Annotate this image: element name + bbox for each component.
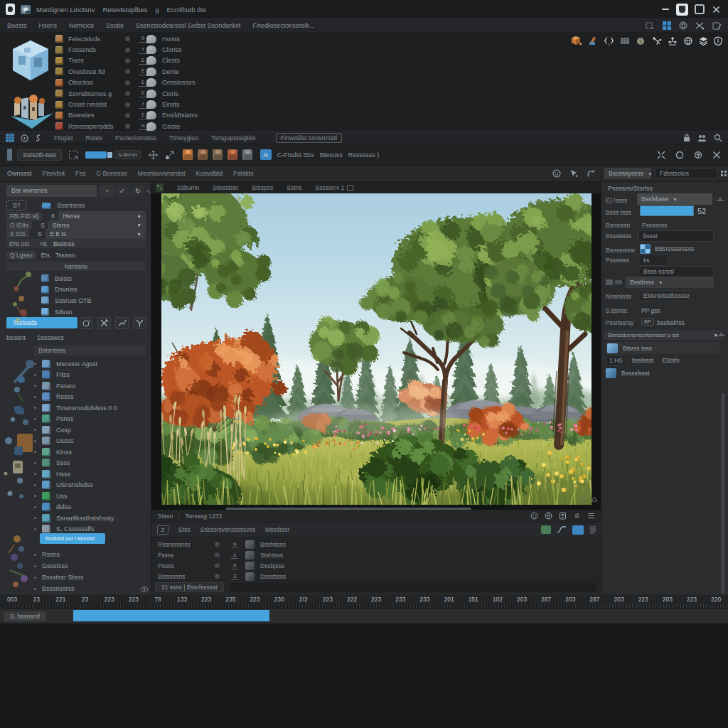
circle-tool-icon[interactable]	[675, 151, 684, 159]
menu-item[interactable]: Tsrsgopstsigtire	[211, 134, 256, 141]
tree-item[interactable]: Psnss	[34, 414, 117, 425]
track-toggle[interactable]	[215, 542, 220, 547]
settings-grid-icon[interactable]	[720, 170, 727, 178]
toolbar-mode-button[interactable]: Sstsztb-tsst	[17, 149, 62, 161]
crate-icon[interactable]	[620, 36, 630, 46]
tree-item[interactable]: Tinsnsmodulslsss 0 0	[34, 402, 117, 414]
menu-item[interactable]: Hsens	[39, 22, 58, 29]
prop-dropdown2[interactable]: Bsstbsss▼	[626, 277, 714, 288]
eye-icon[interactable]	[140, 586, 149, 593]
thinbar-boxed-item[interactable]: Firswsllst ssnsnmstl	[276, 133, 343, 143]
asset-list-item[interactable]: Hoists	[146, 33, 198, 44]
track-toggle[interactable]	[215, 574, 220, 579]
panel-tab[interactable]: Mssnbuvsnsrstst	[138, 170, 186, 177]
highlighted-item-button[interactable]: Tsstbtsf.ssf t kksslsf	[40, 533, 105, 544]
track-toggle[interactable]	[215, 563, 220, 568]
panel-tab[interactable]: Ftsndsit	[43, 170, 65, 177]
track-row[interactable]: FsssssStshtsss	[151, 550, 601, 560]
timeline-ruler[interactable]: 0032322123223223781332232352232302/22232…	[0, 594, 728, 604]
status-frame-label[interactable]: Tsnsssg 1233	[185, 513, 222, 520]
viewport-tab[interactable]: Ssssisnv 1	[316, 184, 345, 191]
keyframe-icon[interactable]	[541, 525, 551, 534]
slider-handle-icon[interactable]	[716, 196, 724, 203]
tree-item[interactable]: Sssruet OTB	[41, 295, 92, 306]
asset-list-item[interactable]: Tioos	[55, 55, 114, 66]
asset-list-item[interactable]: Cioris	[146, 88, 198, 99]
tree-item[interactable]: Cosp	[34, 424, 117, 436]
shield-icon[interactable]	[714, 36, 722, 46]
menu-item[interactable]: Finedlosectonserelk...	[252, 22, 315, 29]
tree-item[interactable]: Stlssn	[41, 306, 92, 318]
row-dropdown[interactable]: E B ts▼	[46, 229, 146, 239]
menu-item[interactable]: Rotes	[86, 134, 103, 141]
tree-item[interactable]: Uss	[34, 491, 117, 502]
marquee-select-icon[interactable]	[68, 150, 79, 160]
row-mid-value[interactable]: Ets	[41, 252, 50, 259]
toggle-dot[interactable]	[125, 69, 130, 74]
toggle-dot[interactable]	[125, 91, 130, 96]
playback-button[interactable]: S. bssnsrsf	[4, 611, 46, 621]
brackets-icon[interactable]	[604, 36, 614, 46]
selection-box-icon[interactable]: B?	[6, 200, 26, 210]
actor-icon[interactable]	[242, 149, 252, 160]
asset-list-item[interactable]: Ensildtslatss	[146, 110, 198, 121]
toolbar-label-3[interactable]: Rsssssss )	[348, 151, 380, 159]
asset-list-item[interactable]: Oveslosst fid	[55, 66, 114, 77]
layers-icon[interactable]	[699, 36, 708, 46]
lock-icon[interactable]	[683, 134, 690, 142]
actor-icon[interactable]	[228, 149, 237, 160]
grid-blue-icon[interactable]	[663, 21, 671, 30]
minimize-button[interactable]	[659, 4, 671, 16]
asset-list-item[interactable]: Ssvndtssmos g	[55, 88, 114, 99]
actor-icon[interactable]	[183, 149, 193, 160]
move-tool-icon[interactable]	[148, 150, 159, 160]
sequencer-menu-item[interactable]: Stss	[178, 526, 191, 533]
panel-tab[interactable]: Ownssst	[7, 170, 32, 177]
panel-tab[interactable]: Fststits	[233, 170, 254, 177]
slider-handle-icon[interactable]	[717, 331, 726, 338]
details-dropdown[interactable]: Bsosssysess▼	[604, 168, 651, 179]
tree-item[interactable]: Gssstsss	[34, 560, 84, 572]
search-input[interactable]: Bsr wvnsnss	[6, 185, 97, 197]
users-icon[interactable]	[697, 134, 707, 142]
world-icon[interactable]	[683, 36, 693, 46]
prop-asset-row[interactable]: BBsrssssrssss	[640, 244, 694, 254]
asset-list-item[interactable]: Obsctiso	[55, 77, 114, 88]
z-tool-button[interactable]: Z	[157, 525, 168, 535]
prop-input2[interactable]: Bsss-ssrssl	[638, 266, 714, 277]
toolbar-value-field[interactable]: s-tbvnn	[114, 150, 141, 159]
tree-item[interactable]: Bsists	[41, 273, 92, 284]
scale-tool-icon[interactable]	[165, 150, 176, 160]
viewport-corner-icon[interactable]	[156, 183, 164, 192]
timeline-progress[interactable]	[73, 610, 269, 621]
menu-item[interactable]: Ttmsygiso	[169, 134, 198, 141]
row-mid-value[interactable]: S	[34, 230, 46, 237]
track-value[interactable]: 9	[231, 562, 238, 569]
panel-tab[interactable]: Fss	[75, 170, 86, 177]
track-row[interactable]: Pssss9Dssbjsss	[151, 560, 601, 571]
toolbar-label-2[interactable]: Btesoss	[320, 151, 343, 159]
tree-item[interactable]: Rssns	[34, 549, 84, 560]
toggle-dot[interactable]	[125, 124, 130, 129]
tree-item[interactable]: Dsvniss	[41, 284, 92, 296]
row-mid-value[interactable]: >S	[38, 240, 49, 247]
cross-arrows-button[interactable]	[97, 317, 111, 329]
wave-icon[interactable]	[146, 189, 151, 193]
circle-icon[interactable]	[21, 134, 28, 142]
menu-item[interactable]: Pscteciomotss	[115, 134, 156, 141]
toolbar-slider[interactable]	[85, 151, 107, 159]
track-value[interactable]: s	[231, 552, 238, 559]
asset-list-item[interactable]: Cloriss	[146, 44, 198, 55]
toggle-dot[interactable]	[125, 102, 130, 107]
track-value[interactable]: 3	[231, 573, 238, 580]
track-row[interactable]: Bstssssns3Dsssbsss	[151, 571, 601, 582]
toggle-dot[interactable]	[125, 36, 130, 41]
frame-range-chip[interactable]: 21 ssss | Bssrfssssst	[155, 582, 224, 592]
refresh-button[interactable]: ↻	[131, 185, 145, 197]
row-mid-value[interactable]: S	[37, 222, 48, 229]
toggle-dot[interactable]	[125, 58, 130, 63]
section-header-2[interactable]: Bsrtssbsnsnssrtsnlssut s-sis ▼	[604, 330, 722, 340]
filter-button[interactable]: ◔	[100, 185, 114, 197]
prop-input-small[interactable]: ks	[638, 255, 668, 266]
sequencer-menu-item[interactable]: Mssdtssr	[265, 526, 289, 533]
